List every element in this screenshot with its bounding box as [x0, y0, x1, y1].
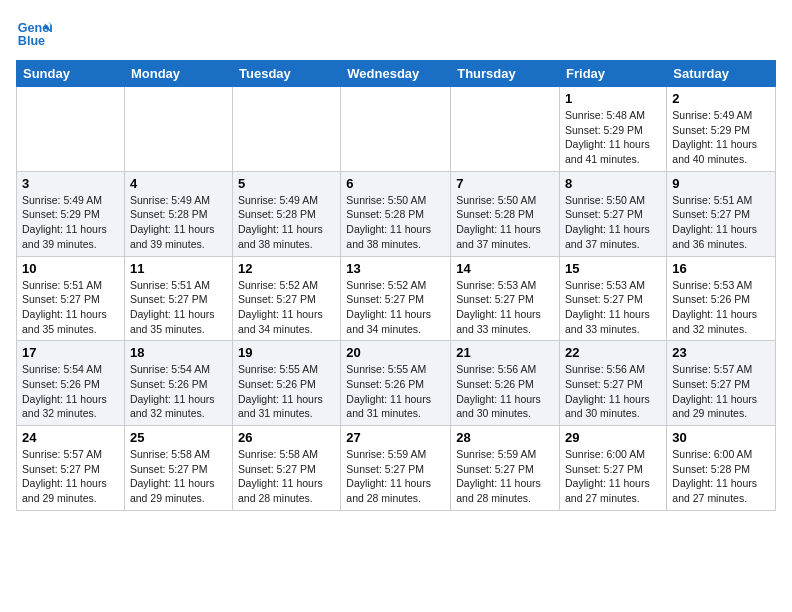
day-info: Sunrise: 5:54 AM Sunset: 5:26 PM Dayligh… [130, 362, 227, 421]
weekday-header-tuesday: Tuesday [233, 61, 341, 87]
calendar-cell: 13Sunrise: 5:52 AM Sunset: 5:27 PM Dayli… [341, 256, 451, 341]
day-number: 2 [672, 91, 770, 106]
day-number: 22 [565, 345, 661, 360]
calendar-cell: 24Sunrise: 5:57 AM Sunset: 5:27 PM Dayli… [17, 426, 125, 511]
day-info: Sunrise: 5:51 AM Sunset: 5:27 PM Dayligh… [22, 278, 119, 337]
weekday-header-monday: Monday [124, 61, 232, 87]
day-number: 13 [346, 261, 445, 276]
calendar-cell: 10Sunrise: 5:51 AM Sunset: 5:27 PM Dayli… [17, 256, 125, 341]
calendar-cell: 27Sunrise: 5:59 AM Sunset: 5:27 PM Dayli… [341, 426, 451, 511]
day-info: Sunrise: 5:58 AM Sunset: 5:27 PM Dayligh… [130, 447, 227, 506]
day-number: 27 [346, 430, 445, 445]
calendar-cell: 29Sunrise: 6:00 AM Sunset: 5:27 PM Dayli… [560, 426, 667, 511]
weekday-header-friday: Friday [560, 61, 667, 87]
calendar-cell: 4Sunrise: 5:49 AM Sunset: 5:28 PM Daylig… [124, 171, 232, 256]
calendar-cell: 7Sunrise: 5:50 AM Sunset: 5:28 PM Daylig… [451, 171, 560, 256]
calendar-cell: 30Sunrise: 6:00 AM Sunset: 5:28 PM Dayli… [667, 426, 776, 511]
page-header: General Blue [16, 16, 776, 52]
day-number: 4 [130, 176, 227, 191]
day-info: Sunrise: 6:00 AM Sunset: 5:28 PM Dayligh… [672, 447, 770, 506]
calendar-cell: 12Sunrise: 5:52 AM Sunset: 5:27 PM Dayli… [233, 256, 341, 341]
calendar-cell [233, 87, 341, 172]
day-number: 20 [346, 345, 445, 360]
day-info: Sunrise: 5:53 AM Sunset: 5:27 PM Dayligh… [456, 278, 554, 337]
weekday-header-sunday: Sunday [17, 61, 125, 87]
day-info: Sunrise: 5:52 AM Sunset: 5:27 PM Dayligh… [238, 278, 335, 337]
day-info: Sunrise: 5:58 AM Sunset: 5:27 PM Dayligh… [238, 447, 335, 506]
calendar-cell: 2Sunrise: 5:49 AM Sunset: 5:29 PM Daylig… [667, 87, 776, 172]
day-number: 28 [456, 430, 554, 445]
day-number: 16 [672, 261, 770, 276]
logo-icon: General Blue [16, 16, 52, 52]
calendar-cell: 11Sunrise: 5:51 AM Sunset: 5:27 PM Dayli… [124, 256, 232, 341]
day-number: 21 [456, 345, 554, 360]
day-info: Sunrise: 5:59 AM Sunset: 5:27 PM Dayligh… [456, 447, 554, 506]
svg-text:Blue: Blue [18, 34, 45, 48]
day-number: 9 [672, 176, 770, 191]
day-info: Sunrise: 5:56 AM Sunset: 5:26 PM Dayligh… [456, 362, 554, 421]
calendar-cell: 8Sunrise: 5:50 AM Sunset: 5:27 PM Daylig… [560, 171, 667, 256]
day-info: Sunrise: 5:51 AM Sunset: 5:27 PM Dayligh… [672, 193, 770, 252]
calendar-cell [17, 87, 125, 172]
day-info: Sunrise: 5:57 AM Sunset: 5:27 PM Dayligh… [22, 447, 119, 506]
calendar-cell: 6Sunrise: 5:50 AM Sunset: 5:28 PM Daylig… [341, 171, 451, 256]
weekday-header-wednesday: Wednesday [341, 61, 451, 87]
calendar-cell: 14Sunrise: 5:53 AM Sunset: 5:27 PM Dayli… [451, 256, 560, 341]
day-info: Sunrise: 5:53 AM Sunset: 5:26 PM Dayligh… [672, 278, 770, 337]
day-info: Sunrise: 5:49 AM Sunset: 5:28 PM Dayligh… [130, 193, 227, 252]
day-number: 8 [565, 176, 661, 191]
day-number: 11 [130, 261, 227, 276]
day-info: Sunrise: 5:50 AM Sunset: 5:28 PM Dayligh… [346, 193, 445, 252]
calendar-cell: 15Sunrise: 5:53 AM Sunset: 5:27 PM Dayli… [560, 256, 667, 341]
day-number: 7 [456, 176, 554, 191]
calendar-cell: 1Sunrise: 5:48 AM Sunset: 5:29 PM Daylig… [560, 87, 667, 172]
day-number: 23 [672, 345, 770, 360]
day-info: Sunrise: 5:55 AM Sunset: 5:26 PM Dayligh… [346, 362, 445, 421]
day-number: 17 [22, 345, 119, 360]
day-info: Sunrise: 6:00 AM Sunset: 5:27 PM Dayligh… [565, 447, 661, 506]
day-number: 1 [565, 91, 661, 106]
calendar-cell [124, 87, 232, 172]
calendar-cell: 20Sunrise: 5:55 AM Sunset: 5:26 PM Dayli… [341, 341, 451, 426]
calendar-cell [341, 87, 451, 172]
day-number: 18 [130, 345, 227, 360]
day-info: Sunrise: 5:49 AM Sunset: 5:29 PM Dayligh… [22, 193, 119, 252]
calendar-cell: 21Sunrise: 5:56 AM Sunset: 5:26 PM Dayli… [451, 341, 560, 426]
calendar-cell: 28Sunrise: 5:59 AM Sunset: 5:27 PM Dayli… [451, 426, 560, 511]
day-info: Sunrise: 5:56 AM Sunset: 5:27 PM Dayligh… [565, 362, 661, 421]
calendar-cell: 5Sunrise: 5:49 AM Sunset: 5:28 PM Daylig… [233, 171, 341, 256]
calendar-cell: 26Sunrise: 5:58 AM Sunset: 5:27 PM Dayli… [233, 426, 341, 511]
day-number: 30 [672, 430, 770, 445]
logo: General Blue [16, 16, 56, 52]
weekday-header-thursday: Thursday [451, 61, 560, 87]
day-info: Sunrise: 5:52 AM Sunset: 5:27 PM Dayligh… [346, 278, 445, 337]
day-info: Sunrise: 5:49 AM Sunset: 5:28 PM Dayligh… [238, 193, 335, 252]
calendar-cell: 3Sunrise: 5:49 AM Sunset: 5:29 PM Daylig… [17, 171, 125, 256]
day-number: 29 [565, 430, 661, 445]
calendar-cell: 23Sunrise: 5:57 AM Sunset: 5:27 PM Dayli… [667, 341, 776, 426]
calendar-cell [451, 87, 560, 172]
day-number: 3 [22, 176, 119, 191]
day-info: Sunrise: 5:49 AM Sunset: 5:29 PM Dayligh… [672, 108, 770, 167]
calendar-week-5: 24Sunrise: 5:57 AM Sunset: 5:27 PM Dayli… [17, 426, 776, 511]
day-info: Sunrise: 5:50 AM Sunset: 5:27 PM Dayligh… [565, 193, 661, 252]
day-number: 6 [346, 176, 445, 191]
day-info: Sunrise: 5:57 AM Sunset: 5:27 PM Dayligh… [672, 362, 770, 421]
calendar-week-3: 10Sunrise: 5:51 AM Sunset: 5:27 PM Dayli… [17, 256, 776, 341]
day-number: 12 [238, 261, 335, 276]
weekday-header-row: SundayMondayTuesdayWednesdayThursdayFrid… [17, 61, 776, 87]
calendar-cell: 25Sunrise: 5:58 AM Sunset: 5:27 PM Dayli… [124, 426, 232, 511]
day-info: Sunrise: 5:50 AM Sunset: 5:28 PM Dayligh… [456, 193, 554, 252]
day-info: Sunrise: 5:51 AM Sunset: 5:27 PM Dayligh… [130, 278, 227, 337]
day-number: 14 [456, 261, 554, 276]
calendar-week-4: 17Sunrise: 5:54 AM Sunset: 5:26 PM Dayli… [17, 341, 776, 426]
calendar-table: SundayMondayTuesdayWednesdayThursdayFrid… [16, 60, 776, 511]
calendar-cell: 17Sunrise: 5:54 AM Sunset: 5:26 PM Dayli… [17, 341, 125, 426]
calendar-week-1: 1Sunrise: 5:48 AM Sunset: 5:29 PM Daylig… [17, 87, 776, 172]
day-info: Sunrise: 5:53 AM Sunset: 5:27 PM Dayligh… [565, 278, 661, 337]
calendar-cell: 18Sunrise: 5:54 AM Sunset: 5:26 PM Dayli… [124, 341, 232, 426]
calendar-week-2: 3Sunrise: 5:49 AM Sunset: 5:29 PM Daylig… [17, 171, 776, 256]
calendar-cell: 16Sunrise: 5:53 AM Sunset: 5:26 PM Dayli… [667, 256, 776, 341]
day-number: 25 [130, 430, 227, 445]
day-info: Sunrise: 5:55 AM Sunset: 5:26 PM Dayligh… [238, 362, 335, 421]
